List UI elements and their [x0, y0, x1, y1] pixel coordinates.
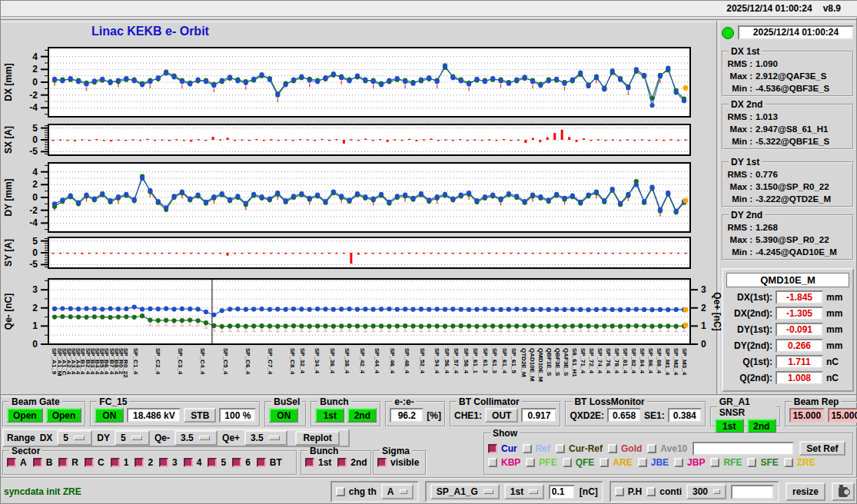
x-axis-labels: SP_A1_9SP_A1_MSP_A1_CSP_A2_4SP_A3_4SP_A4…: [48, 347, 690, 392]
sector-checkbox-b[interactable]: B: [33, 457, 53, 468]
points-dropdown[interactable]: 300: [686, 484, 726, 499]
sigma-legend: Sigma: [380, 446, 412, 456]
stats-dx-1st: DX 1st RMS :1.090 Max :2.912@QAF3E_S Min…: [722, 46, 854, 97]
chg-th-label: chg th: [349, 486, 377, 497]
camera-button[interactable]: [832, 482, 855, 501]
sector-checkbox-6[interactable]: 6: [232, 457, 251, 468]
bunch-filter-group: Bunch 1st2nd: [301, 446, 372, 476]
show-checkbox-ave10[interactable]: Ave10: [647, 443, 687, 454]
bunch-checkbox-1st[interactable]: 1st: [305, 457, 331, 468]
fc15-on-button[interactable]: ON: [95, 408, 124, 423]
chg-th-dropdown[interactable]: A: [381, 484, 414, 499]
show-checkbox-jbe[interactable]: JBE: [638, 457, 669, 468]
beam-gate-open-button-2[interactable]: Open: [46, 408, 82, 423]
bunch-checkbox-2nd[interactable]: 2nd: [337, 457, 367, 468]
x-axis-label: SP_74_4: [596, 348, 603, 373]
beam-gate-open-button-1[interactable]: Open: [7, 408, 43, 423]
replot-button[interactable]: Replot: [295, 431, 340, 446]
sector-checkbox-c[interactable]: C: [85, 457, 105, 468]
set-ref-button[interactable]: Set Ref: [799, 441, 845, 456]
ph-checkbox[interactable]: P.H: [615, 486, 642, 497]
x-axis-label: SP_82_4: [630, 348, 636, 373]
max-label: Max :: [726, 234, 752, 246]
svg-text:2: 2: [701, 303, 706, 313]
show-checkbox-jbp[interactable]: JBP: [674, 457, 705, 468]
show-checkbox-gold[interactable]: Gold: [608, 443, 642, 454]
range-qe-minus-dropdown[interactable]: 3.5: [174, 430, 218, 446]
min-value: -4.245@QAD10E_M: [756, 246, 837, 258]
range-qe-plus-dropdown[interactable]: 3.5: [244, 430, 287, 446]
sector-checkbox-1[interactable]: 1: [111, 457, 129, 468]
max-value: 2.912@QAF3E_S: [756, 70, 826, 82]
gr-a1-snsr-group: GR_A1 SNSR 1st 2nd: [710, 396, 781, 427]
show-checkbox-kbp[interactable]: KBP: [488, 457, 520, 468]
beam-gate-legend: Beam Gate: [9, 396, 62, 407]
show-checkbox-pfe[interactable]: PFE: [526, 457, 556, 468]
sector-checkbox-4[interactable]: 4: [184, 457, 202, 468]
che1-label: CHE1:: [454, 410, 482, 421]
x-axis-label: SP_54_4: [433, 348, 440, 373]
show-checkbox-are[interactable]: ARE: [600, 457, 632, 468]
show-checkbox-cur-ref[interactable]: Cur-Ref: [556, 443, 603, 454]
svg-text:0: 0: [32, 134, 38, 145]
checkbox-icon: [638, 458, 647, 467]
dropdown-indicator-icon: [131, 436, 142, 440]
x-axis-label: SP_M3_4: [681, 348, 687, 375]
fc15-stb-button[interactable]: STB: [184, 408, 216, 423]
sector-checkbox-r[interactable]: R: [58, 457, 78, 468]
checkbox-label: Cur: [501, 443, 517, 454]
chart-dy: 420-2-4DY [mm]: [1, 162, 719, 233]
ref-file-input[interactable]: [693, 442, 794, 456]
monitor-select-dropdown[interactable]: SP_A1_G: [430, 484, 500, 499]
x-axis-label: SP_57_4: [453, 348, 459, 373]
monitor-row: Q(1st):1.711nC: [726, 355, 849, 369]
range-dx-dropdown[interactable]: 5: [57, 430, 92, 446]
x-axis-label: SP_44_4: [374, 348, 380, 373]
monitor-row-value: 0.266: [776, 339, 823, 353]
svg-text:1: 1: [701, 320, 706, 331]
checkbox-label: Cur-Ref: [569, 443, 603, 454]
show-legend: Show: [490, 428, 520, 439]
bunch-select-dropdown[interactable]: 1st: [504, 484, 544, 499]
monitor-row-label: DY(2nd):: [726, 340, 772, 351]
status-time-field: 2025/12/14 01:00:24: [738, 25, 854, 40]
rms-label: RMS :: [726, 58, 752, 70]
conti-checkbox[interactable]: conti: [646, 486, 682, 497]
show-checkbox-cur[interactable]: Cur: [488, 443, 517, 454]
busel-on-button[interactable]: ON: [269, 408, 298, 423]
monitor-select-panel: SP_A1_G 1st [nC]: [425, 481, 603, 502]
chg-th-checkbox[interactable]: chg th: [336, 486, 377, 497]
sector-checkbox-3[interactable]: 3: [159, 457, 178, 468]
resize-button[interactable]: resize: [786, 482, 825, 501]
threshold-input[interactable]: [549, 485, 575, 499]
bunch-2nd-button[interactable]: 2nd: [347, 408, 377, 423]
stats-dy-2nd-title: DY 2nd: [729, 210, 765, 220]
show-checkbox-ref[interactable]: Ref: [523, 443, 550, 454]
bunch-legend: Bunch: [317, 396, 350, 407]
monitor-panel: QMD10E_M DX(1st):-1.845mmDX(2nd):-1.305m…: [722, 268, 854, 392]
sector-checkbox-2[interactable]: 2: [135, 457, 153, 468]
sector-checkbox-bt[interactable]: BT: [257, 457, 282, 468]
checkbox-icon: [615, 487, 624, 496]
sector-checkbox-a[interactable]: A: [7, 457, 27, 468]
rms-value: 0.776: [756, 168, 778, 181]
show-checkbox-qfe[interactable]: QFE: [563, 457, 595, 468]
show-checkbox-rfe[interactable]: RFE: [710, 457, 742, 468]
show-checkbox-zre[interactable]: ZRE: [784, 457, 815, 468]
sector-items: ABRC123456BT: [7, 457, 293, 468]
extra-input[interactable]: [731, 485, 774, 499]
range-dy-dropdown[interactable]: 5: [115, 430, 150, 446]
range-qe-minus-value: 3.5: [181, 433, 194, 443]
sector-checkbox-5[interactable]: 5: [208, 457, 226, 468]
min-label: Min :: [726, 135, 752, 148]
monitor-row-unit: nC: [826, 373, 839, 383]
checkbox-label: JBP: [687, 457, 705, 468]
monitor-row-label: DY(1st):: [726, 324, 772, 335]
sigma-visible-checkbox[interactable]: visible: [377, 457, 419, 468]
show-checkbox-sfe[interactable]: SFE: [747, 457, 778, 468]
bunch-1st-button[interactable]: 1st: [315, 408, 344, 423]
monitor-name-field[interactable]: QMD10E_M: [726, 273, 849, 287]
svg-text:3: 3: [32, 284, 38, 295]
svg-text:DY [mm]: DY [mm]: [3, 178, 14, 216]
che1-out-button[interactable]: OUT: [485, 408, 518, 423]
